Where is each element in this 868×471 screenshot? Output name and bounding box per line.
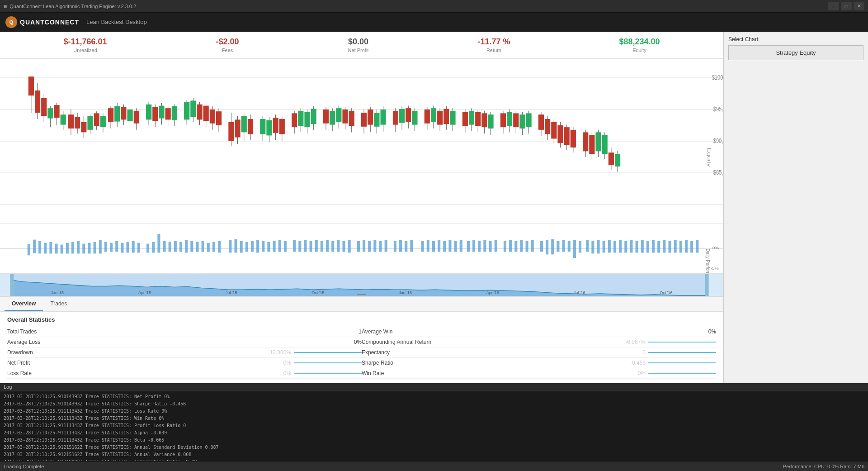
svg-rect-269 xyxy=(603,241,605,253)
svg-rect-229 xyxy=(363,240,365,252)
svg-rect-283 xyxy=(679,241,682,253)
svg-rect-225 xyxy=(337,240,340,252)
window-controls: – □ ✕ xyxy=(828,2,864,10)
mini-label: Oct '16 xyxy=(660,290,672,295)
restore-button[interactable]: □ xyxy=(841,2,852,10)
log-line: 2017-03-28T12:10:25.91111343Z Trace STAT… xyxy=(4,437,864,444)
stat-label: Loss Rate xyxy=(7,370,32,376)
stat-row: Compounding Annual Return -6.067% xyxy=(362,337,716,347)
svg-rect-193 xyxy=(152,242,155,253)
svg-text:$95,000: $95,000 xyxy=(713,105,723,113)
svg-rect-266 xyxy=(586,240,589,252)
stat-bar xyxy=(648,352,716,353)
svg-rect-42 xyxy=(152,107,158,121)
svg-rect-126 xyxy=(475,112,481,126)
svg-rect-176 xyxy=(55,244,58,254)
svg-rect-76 xyxy=(279,119,285,134)
svg-rect-164 xyxy=(615,154,620,167)
svg-rect-62 xyxy=(228,122,234,141)
svg-rect-66 xyxy=(241,116,247,132)
svg-rect-177 xyxy=(61,245,63,254)
minimize-button[interactable]: – xyxy=(828,2,839,10)
svg-rect-281 xyxy=(668,241,671,253)
performance-chart: 0% -5% Daily Performance xyxy=(0,224,723,273)
svg-rect-208 xyxy=(240,241,243,253)
tab-trades[interactable]: Trades xyxy=(43,297,74,311)
netprofit-label: Net Profit xyxy=(348,48,369,53)
svg-rect-178 xyxy=(66,243,69,254)
svg-rect-183 xyxy=(94,242,96,254)
svg-rect-173 xyxy=(38,241,41,254)
svg-text:$100,000: $100,000 xyxy=(712,73,723,81)
svg-rect-254 xyxy=(514,241,517,252)
svg-rect-188 xyxy=(121,243,123,253)
status-right: Performance: CPU: 0.0% Ram: 7 Mb xyxy=(783,464,864,469)
main-container: $-11,766.01 Unrealized -$2.00 Fees $0.00… xyxy=(0,32,868,383)
svg-rect-68 xyxy=(248,119,253,134)
fees-value: -$2.00 xyxy=(216,37,239,47)
chart-container: $100,000 $95,000 $90,000 $85,000 Equity … xyxy=(0,59,723,296)
svg-rect-14 xyxy=(54,105,59,118)
svg-rect-230 xyxy=(368,241,371,252)
svg-rect-60 xyxy=(216,111,222,125)
svg-rect-245 xyxy=(460,240,462,252)
svg-rect-248 xyxy=(478,241,481,252)
svg-rect-146 xyxy=(551,122,557,138)
svg-rect-209 xyxy=(245,242,248,252)
close-button[interactable]: ✕ xyxy=(854,2,864,10)
svg-text:-5%: -5% xyxy=(711,266,719,271)
stat-netprofit: $0.00 Net Profit xyxy=(348,37,369,53)
fees-label: Fees xyxy=(216,48,239,53)
svg-rect-190 xyxy=(132,241,135,253)
svg-rect-24 xyxy=(87,116,93,130)
svg-rect-199 xyxy=(185,240,188,253)
stats-left-col: Total Trades 1 Average Loss 0% Drawdown … xyxy=(7,327,362,379)
svg-rect-118 xyxy=(443,109,449,124)
app-icon: ■ xyxy=(4,3,7,10)
log-line: 2017-03-28T12:10:25.91111343Z Trace STAT… xyxy=(4,415,864,422)
svg-rect-74 xyxy=(273,118,278,133)
svg-rect-184 xyxy=(99,240,102,254)
equity-value: $88,234.00 xyxy=(619,37,660,47)
return-label: Return xyxy=(477,48,510,53)
svg-rect-228 xyxy=(357,241,360,252)
svg-rect-216 xyxy=(284,241,287,252)
svg-rect-263 xyxy=(568,241,571,252)
stat-value-bar: 0 xyxy=(642,349,716,356)
svg-text:Equity: Equity xyxy=(706,147,712,167)
stat-value-bar: -0.456 xyxy=(630,360,716,366)
tab-overview[interactable]: Overview xyxy=(5,297,43,311)
log-line: 2017-03-28T12:10:25.91014393Z Trace STAT… xyxy=(4,400,864,408)
unrealized-value: $-11,766.01 xyxy=(63,37,107,47)
stat-row: Average Loss 0% xyxy=(7,337,362,347)
svg-rect-181 xyxy=(82,244,85,254)
strategy-equity-button[interactable]: Strategy Equity xyxy=(728,45,863,60)
svg-rect-227 xyxy=(348,240,351,253)
stat-value-bar: 0% xyxy=(283,370,362,376)
svg-rect-236 xyxy=(405,241,407,252)
svg-rect-150 xyxy=(564,127,570,145)
svg-rect-264 xyxy=(573,240,576,258)
svg-rect-223 xyxy=(326,240,329,252)
netprofit-value: $0.00 xyxy=(348,37,369,47)
svg-rect-277 xyxy=(646,241,649,253)
svg-rect-120 xyxy=(450,111,455,125)
svg-rect-224 xyxy=(331,241,334,252)
svg-rect-154 xyxy=(583,132,588,151)
svg-rect-286 xyxy=(696,240,698,253)
stat-bar xyxy=(648,362,716,363)
stat-value: -6.067% xyxy=(625,339,646,345)
svg-rect-221 xyxy=(315,240,318,252)
svg-rect-261 xyxy=(557,241,559,252)
stat-equity: $88,234.00 Equity xyxy=(619,37,660,53)
svg-rect-185 xyxy=(104,242,107,252)
log-line: 2017-03-28T12:10:25.91111343Z Trace STAT… xyxy=(4,422,864,429)
svg-rect-196 xyxy=(169,242,171,252)
mini-label: Oct '15 xyxy=(311,290,324,295)
log-area[interactable]: 2017-03-28T12:10:25.91014393Z Trace STAT… xyxy=(0,391,868,461)
log-label: Log xyxy=(0,383,868,391)
stat-bar xyxy=(294,352,362,353)
svg-rect-86 xyxy=(323,109,329,124)
svg-rect-222 xyxy=(321,241,323,252)
svg-rect-6 xyxy=(28,76,34,95)
